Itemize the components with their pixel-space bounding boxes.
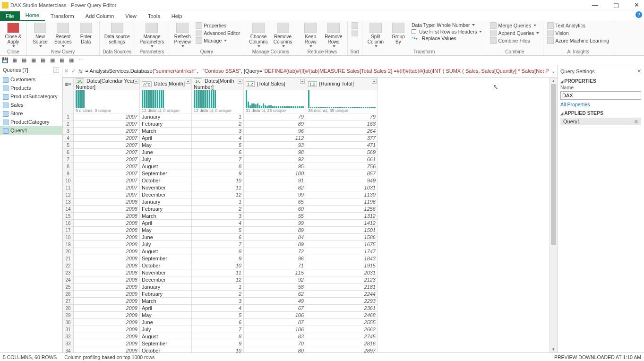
table-row[interactable]: 182008June6841586 (63, 234, 378, 241)
table-row[interactable]: 72007July792661 (63, 156, 378, 163)
save-icon[interactable]: 💾 (2, 57, 9, 64)
vision-button[interactable]: Vision (546, 29, 610, 37)
advanced-editor-button[interactable]: Advanced Editor (195, 29, 241, 37)
table-row[interactable]: 272009March3492293 (63, 298, 378, 305)
group-by-button[interactable]: Group By (388, 22, 409, 45)
step-item[interactable]: Query1 ⚙ (560, 118, 641, 125)
column-header[interactable]: Aᴮc Dates[Month] (140, 78, 192, 90)
table-row[interactable]: 262009February2622244 (63, 291, 378, 298)
query-item[interactable]: ProductCategory (0, 118, 62, 126)
remove-rows-button[interactable]: Remove Rows (323, 22, 344, 48)
query-item[interactable]: Query1 (0, 126, 62, 135)
close-apply-button[interactable]: Close & Apply (3, 22, 24, 48)
enter-data-button[interactable]: Enter Data (76, 22, 96, 45)
formula-text[interactable]: = AnalysisServices.Database("summer\antr… (86, 68, 549, 74)
tab-addcolumn[interactable]: Add Column (80, 11, 120, 21)
vertical-scrollbar[interactable]: ▴▾ (550, 77, 557, 352)
table-corner[interactable]: ▦▾ (63, 78, 74, 90)
close-settings-icon[interactable]: ✕ (637, 68, 641, 74)
table-row[interactable]: 32007March396264 (63, 128, 378, 135)
cancel-icon[interactable]: ✕ (64, 68, 69, 74)
table-row[interactable]: 302009June6872555 (63, 319, 378, 326)
remove-columns-button[interactable]: Remove Columns (272, 22, 294, 48)
close-window-button[interactable]: ✕ (631, 1, 642, 9)
new-source-button[interactable]: New Source (30, 22, 51, 48)
text-analytics-button[interactable]: Text Analytics (546, 22, 610, 29)
table-row[interactable]: 292009May51062468 (63, 312, 378, 319)
tab-view[interactable]: View (120, 11, 142, 21)
properties-button[interactable]: Properties (195, 22, 241, 29)
table-row[interactable]: 52007May593471 (63, 142, 378, 149)
data-source-settings-button[interactable]: Data source settings (103, 22, 132, 45)
recent-sources-button[interactable]: Recent Sources (52, 22, 74, 48)
collapse-queries-icon[interactable]: ‹ (53, 67, 59, 73)
table-row[interactable]: 22007February289168 (63, 120, 378, 128)
table-row[interactable]: 112007November11821031 (63, 184, 378, 191)
table-row[interactable]: 92007September9100857 (63, 170, 378, 177)
merge-queries-button[interactable]: Merge Queries (489, 22, 540, 29)
expand-formula-icon[interactable]: ⌄ (551, 69, 555, 74)
manage-parameters-button[interactable]: Manage Parameters (138, 22, 166, 48)
sort-desc-button[interactable] (351, 29, 359, 37)
data-type-button[interactable]: Data Type: Whole Number (411, 22, 483, 28)
table-row[interactable]: 62007June698569 (63, 149, 378, 156)
table-row[interactable]: 322009August8832745 (63, 333, 378, 340)
minimize-button[interactable]: — (589, 1, 601, 9)
qat-icon[interactable]: ▦ (11, 57, 18, 64)
all-properties-link[interactable]: All Properties (560, 102, 590, 107)
table-row[interactable]: 242008December12922123 (63, 276, 378, 284)
help-icon[interactable]: ? (635, 11, 642, 18)
query-item[interactable]: Products (0, 84, 62, 92)
choose-columns-button[interactable]: Choose Columns (247, 22, 269, 48)
table-row[interactable]: 152008March3551312 (63, 213, 378, 220)
tab-tools[interactable]: Tools (142, 11, 166, 21)
query-item[interactable]: Sales (0, 101, 62, 109)
commit-icon[interactable]: ✓ (71, 68, 76, 74)
column-header[interactable]: 1²₃ Dates[Month Number] (192, 78, 244, 90)
qat-icon[interactable]: ▦ (68, 57, 75, 64)
qat-icon[interactable]: ▦ (40, 57, 46, 64)
formula-bar[interactable]: ✕ ✓ fx = AnalysisServices.Database("summ… (62, 65, 557, 77)
tab-help[interactable]: Help (166, 11, 188, 21)
keep-rows-button[interactable]: Keep Rows (300, 22, 321, 48)
query-item[interactable]: Store (0, 109, 62, 118)
table-row[interactable]: 212008September9961843 (63, 255, 378, 262)
table-row[interactable]: 132008January1651196 (63, 198, 378, 206)
query-name-input[interactable] (560, 91, 641, 100)
qat-more[interactable]: ⋯ (77, 57, 84, 64)
combine-files-button[interactable]: Combine Files (489, 37, 540, 44)
table-row[interactable]: 342009October10802897 (63, 347, 378, 353)
gear-icon[interactable]: ⚙ (634, 119, 638, 124)
refresh-preview-button[interactable]: Refresh Preview (172, 22, 193, 48)
table-row[interactable]: 232008November111152031 (63, 269, 378, 276)
column-header[interactable]: 1.2 [Running Total] (306, 78, 378, 90)
azure-ml-button[interactable]: Azure Machine Learning (546, 37, 610, 44)
tab-file[interactable]: File (0, 11, 20, 21)
table-row[interactable]: 122007December12991130 (63, 191, 378, 198)
table-row[interactable]: 202008August8721747 (63, 248, 378, 255)
table-row[interactable]: 82007August895756 (63, 163, 378, 170)
append-queries-button[interactable]: Append Queries (489, 29, 540, 37)
first-row-headers-button[interactable]: Use First Row as Headers (411, 28, 483, 35)
table-row[interactable]: 282009April4672361 (63, 305, 378, 312)
table-row[interactable]: 192008July7891675 (63, 241, 378, 248)
qat-icon[interactable]: ▦ (30, 57, 37, 64)
sort-asc-button[interactable] (351, 22, 359, 29)
qat-icon[interactable]: ▦ (21, 57, 27, 64)
table-row[interactable]: 172008May5891501 (63, 227, 378, 234)
column-header[interactable]: 1.2 [Total Sales] (244, 78, 306, 90)
table-row[interactable]: 312009July71062662 (63, 326, 378, 333)
replace-values-button[interactable]: ↷₂ Replace Values (411, 35, 483, 42)
qat-icon[interactable]: ▦ (59, 57, 65, 64)
split-column-button[interactable]: Split Column (365, 22, 386, 48)
data-grid[interactable]: ▦▾1²₃ Dates[Calendar Year Number]Aᴮc Dat… (62, 77, 378, 352)
maximize-button[interactable]: ▢ (610, 1, 622, 9)
tab-transform[interactable]: Transform (45, 11, 80, 21)
table-row[interactable]: 252009January1582181 (63, 284, 378, 291)
table-row[interactable]: 12007January17979 (63, 113, 378, 120)
table-row[interactable]: 162008April4991412 (63, 220, 378, 227)
column-header[interactable]: 1²₃ Dates[Calendar Year Number] (74, 78, 140, 90)
query-item[interactable]: Customers (0, 75, 62, 84)
table-row[interactable]: 42007April4112377 (63, 135, 378, 142)
qat-icon[interactable]: ▦ (49, 57, 56, 64)
